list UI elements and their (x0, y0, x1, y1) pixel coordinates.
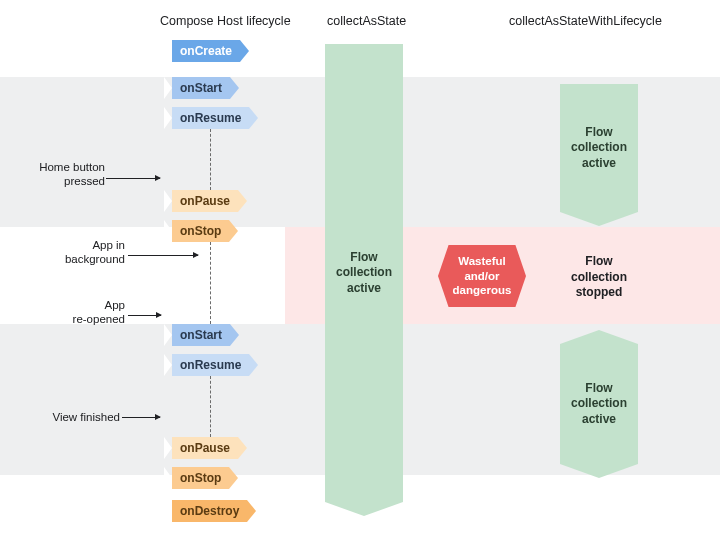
lifecycle-onResume-1: onResume (172, 107, 249, 129)
annot-app-background: App in background (55, 238, 125, 267)
header-collectAsStateWithLifecycle: collectAsStateWithLifecycle (509, 14, 662, 28)
lifecycle-label: onStart (180, 81, 222, 95)
danger-hex: Wasteful and/or dangerous (438, 245, 526, 307)
lifecycle-label: onStop (180, 471, 221, 485)
lifecycle-onStop-2: onStop (172, 467, 229, 489)
lifecycle-onStart-1: onStart (172, 77, 230, 99)
pillar-collectAsState: Flow collection active (325, 44, 403, 502)
dash-2 (210, 242, 211, 324)
lifecycle-onCreate: onCreate (172, 40, 240, 62)
header-lifecycle: Compose Host lifecycle (160, 14, 291, 28)
pillar-lifecycle-top: Flow collection active (560, 84, 638, 212)
header-collectAsState: collectAsState (327, 14, 406, 28)
lifecycle-label: onPause (180, 194, 230, 208)
arrow-home-button (106, 178, 160, 179)
lifecycle-label: onCreate (180, 44, 232, 58)
lifecycle-label: onStart (180, 328, 222, 342)
arrow-view-finished (122, 417, 160, 418)
dash-3 (210, 376, 211, 437)
annot-home-button: Home button pressed (35, 160, 105, 189)
label-flow-stopped: Flow collection stopped (558, 254, 640, 301)
annot-view-finished: View finished (40, 410, 120, 424)
lifecycle-label: onResume (180, 358, 241, 372)
arrow-app-reopened (128, 315, 161, 316)
annot-app-reopened: App re-opened (55, 298, 125, 327)
lifecycle-onDestroy: onDestroy (172, 500, 247, 522)
lifecycle-label: onPause (180, 441, 230, 455)
lifecycle-label: onDestroy (180, 504, 239, 518)
lifecycle-onPause-2: onPause (172, 437, 238, 459)
pillar-lifecycle-bottom: Flow collection active (560, 344, 638, 464)
lifecycle-onStart-2: onStart (172, 324, 230, 346)
lifecycle-onStop-1: onStop (172, 220, 229, 242)
lifecycle-onPause-1: onPause (172, 190, 238, 212)
arrow-app-background (128, 255, 198, 256)
lifecycle-label: onStop (180, 224, 221, 238)
lifecycle-label: onResume (180, 111, 241, 125)
dash-1 (210, 129, 211, 190)
lifecycle-onResume-2: onResume (172, 354, 249, 376)
